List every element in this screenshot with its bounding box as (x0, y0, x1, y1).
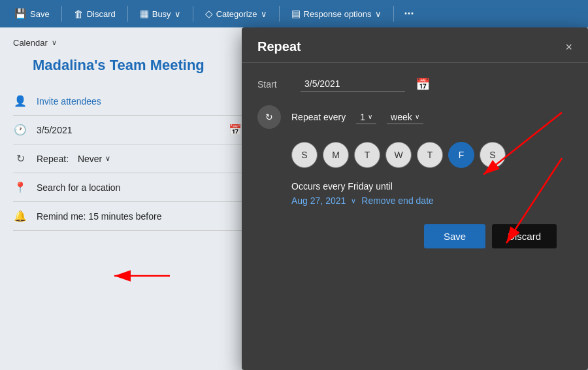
count-chevron-icon: ∨ (368, 113, 372, 120)
repeat-circle-icon: ↻ (257, 105, 281, 129)
date-value[interactable]: 3/5/2021 (37, 125, 73, 135)
calendar-chevron-icon: ∨ (52, 39, 57, 47)
busy-chevron: ∨ (174, 9, 181, 19)
calendar-picker-button[interactable]: 📅 (416, 77, 430, 92)
calendar-dropdown-label: Calendar (13, 38, 48, 48)
day-button-1[interactable]: M (323, 142, 349, 168)
bell-icon: 🔔 (13, 210, 27, 222)
location-icon: 📍 (13, 181, 27, 193)
meeting-title: Madalina's Team Meeting (13, 57, 242, 74)
busy-button[interactable]: ▦ Busy ∨ (133, 5, 188, 22)
repeat-label: Repeat: Never ∨ (37, 154, 110, 164)
repeat-count-dropdown[interactable]: 1 ∨ (356, 110, 376, 124)
repeat-unit-dropdown[interactable]: week ∨ (387, 110, 423, 124)
response-chevron: ∨ (375, 9, 382, 19)
busy-label: Busy (152, 9, 171, 19)
discard-label: Discard (87, 9, 116, 19)
days-row: SMTWTFS (257, 142, 572, 168)
calendar-icon[interactable]: 📅 (229, 124, 242, 136)
date-row: 🕐 3/5/2021 📅 (13, 116, 242, 144)
modal-discard-button[interactable]: Discard (492, 224, 557, 248)
separator4 (279, 6, 280, 22)
categorize-icon: ◇ (205, 8, 213, 20)
repeat-value: Never (78, 154, 102, 164)
end-date-value[interactable]: Aug 27, 2021 (291, 195, 346, 206)
more-button[interactable]: ··· (399, 5, 419, 24)
categorize-label: Categorize (216, 9, 257, 19)
modal-save-button[interactable]: Save (424, 224, 485, 248)
categorize-button[interactable]: ◇ Categorize ∨ (199, 5, 274, 22)
repeat-count-value: 1 (360, 112, 365, 122)
separator5 (393, 6, 394, 22)
separator (61, 6, 62, 22)
separator2 (127, 6, 128, 22)
modal-close-button[interactable]: × (565, 41, 572, 53)
save-button[interactable]: 💾 Save (8, 5, 56, 22)
response-options-label: Response options (304, 9, 372, 19)
start-label: Start (257, 79, 290, 90)
repeat-modal: Repeat × Start 📅 ↻ Repeat every 1 ∨ week (242, 27, 588, 370)
day-button-2[interactable]: T (354, 142, 380, 168)
repeat-every-row: ↻ Repeat every 1 ∨ week ∨ (257, 105, 572, 129)
invite-attendees-label[interactable]: Invite attendees (37, 96, 101, 107)
remove-end-date-button[interactable]: Remove end date (361, 195, 434, 206)
save-icon: 💾 (14, 8, 27, 20)
response-icon: ▤ (291, 8, 301, 20)
left-panel: Calendar ∨ Madalina's Team Meeting 👤 Inv… (0, 27, 255, 370)
modal-title: Repeat (257, 39, 301, 54)
modal-footer: Save Discard (257, 224, 572, 248)
save-label: Save (30, 9, 50, 19)
person-icon: 👤 (13, 95, 27, 107)
calendar-dropdown[interactable]: Calendar ∨ (13, 38, 242, 48)
day-button-4[interactable]: T (417, 142, 443, 168)
location-label[interactable]: Search for a location (37, 182, 120, 193)
start-row: Start 📅 (257, 76, 572, 92)
start-date-input[interactable] (301, 76, 405, 92)
main-area: Calendar ∨ Madalina's Team Meeting 👤 Inv… (0, 27, 588, 370)
end-date-row: Aug 27, 2021 ∨ Remove end date (257, 195, 572, 206)
busy-icon: ▦ (140, 8, 149, 20)
clock-icon: 🕐 (13, 124, 27, 136)
day-button-3[interactable]: W (385, 142, 412, 168)
occurs-text: Occurs every Friday until (257, 181, 572, 192)
day-button-5[interactable]: F (448, 142, 474, 168)
end-date-chevron-icon: ∨ (351, 197, 356, 205)
day-button-6[interactable]: S (480, 142, 506, 168)
remind-label[interactable]: Remind me: 15 minutes before (37, 211, 161, 222)
unit-chevron-icon: ∨ (415, 113, 419, 120)
discard-icon: 🗑 (74, 8, 84, 20)
modal-header: Repeat × (242, 27, 588, 63)
repeat-row[interactable]: ↻ Repeat: Never ∨ (13, 144, 242, 173)
repeat-text: Repeat: (37, 154, 69, 164)
remind-row: 🔔 Remind me: 15 minutes before (13, 202, 242, 231)
toolbar: 💾 Save 🗑 Discard ▦ Busy ∨ ◇ Categorize ∨… (0, 0, 588, 27)
repeat-unit-value: week (391, 112, 412, 122)
modal-body: Start 📅 ↻ Repeat every 1 ∨ week ∨ SMTWTF (242, 63, 588, 261)
response-options-button[interactable]: ▤ Response options ∨ (285, 5, 388, 22)
repeat-icon: ↻ (13, 152, 27, 165)
separator3 (193, 6, 193, 22)
repeat-chevron-icon: ∨ (105, 154, 110, 163)
categorize-chevron: ∨ (261, 9, 267, 19)
discard-button[interactable]: 🗑 Discard (67, 6, 122, 22)
date-text: 3/5/2021 (37, 125, 73, 135)
invite-row: 👤 Invite attendees (13, 87, 242, 116)
location-row: 📍 Search for a location (13, 173, 242, 202)
day-button-0[interactable]: S (291, 142, 318, 168)
repeat-every-label: Repeat every (291, 112, 346, 122)
